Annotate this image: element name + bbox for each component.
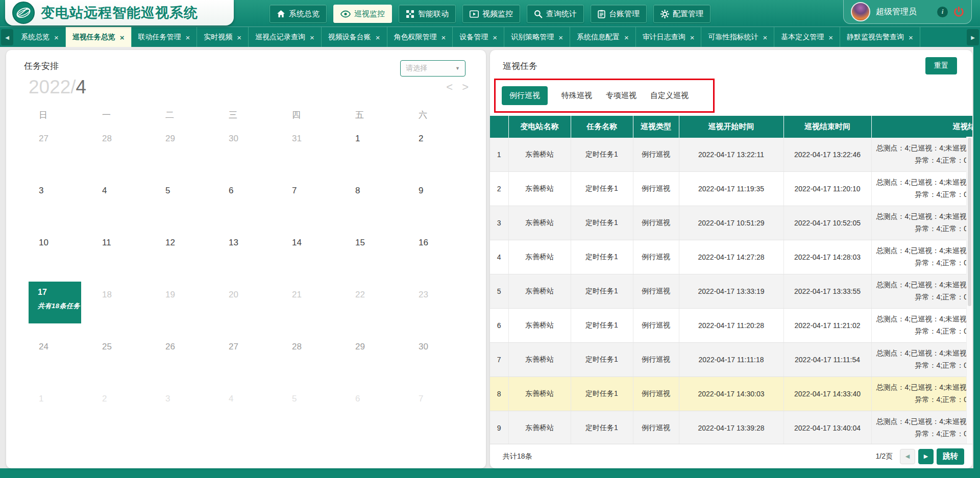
calendar-day[interactable]: 25 (92, 334, 155, 386)
scrollbar-thumb[interactable] (968, 138, 971, 306)
calendar-day[interactable]: 3 (155, 386, 218, 438)
calendar-day[interactable]: 28 (282, 334, 345, 386)
calendar-day[interactable]: 5 (282, 386, 345, 438)
calendar-day[interactable]: 4 (218, 386, 282, 438)
calendar-day[interactable]: 31 (282, 125, 345, 178)
workspace-tab[interactable]: 设备管理× (453, 27, 504, 47)
workspace-tab[interactable]: 系统信息配置× (570, 27, 636, 47)
close-icon[interactable]: × (186, 34, 190, 41)
calendar-day[interactable]: 7 (282, 178, 345, 230)
calendar-day[interactable]: 29 (345, 334, 408, 386)
close-icon[interactable]: × (690, 34, 695, 41)
avatar[interactable] (851, 2, 870, 21)
workspace-tab[interactable]: 基本定义管理× (774, 27, 840, 47)
calendar-day[interactable]: 6 (345, 386, 408, 438)
calendar-day[interactable]: 12 (155, 230, 218, 282)
calendar-day[interactable]: 30 (218, 125, 282, 178)
calendar-day[interactable]: 9 (408, 178, 472, 230)
close-icon[interactable]: × (310, 34, 314, 41)
calendar-prev-icon[interactable]: < (446, 81, 453, 94)
close-icon[interactable]: × (828, 34, 833, 41)
calendar-day[interactable]: 13 (218, 230, 282, 282)
calendar-day[interactable]: 30 (408, 334, 472, 386)
station-select[interactable]: 请选择 ▼ (400, 60, 465, 77)
close-icon[interactable]: × (54, 34, 59, 41)
calendar-selected-day[interactable]: 17共有18条任务 (29, 282, 81, 323)
tab-scroll-left-icon[interactable]: ◀ (1, 29, 13, 45)
jump-button[interactable]: 跳转 (937, 448, 964, 465)
close-icon[interactable]: × (376, 34, 380, 41)
calendar-day[interactable]: 27 (218, 334, 282, 386)
close-icon[interactable]: × (763, 34, 767, 41)
workspace-tab[interactable]: 识别策略管理× (504, 27, 570, 47)
table-row[interactable]: 5东善桥站定时任务1例行巡视2022-04-17 13:33:192022-04… (490, 274, 972, 309)
workspace-tab[interactable]: 系统总览× (14, 27, 66, 47)
calendar-day[interactable]: 26 (155, 334, 218, 386)
close-icon[interactable]: × (493, 34, 497, 41)
calendar-day[interactable]: 17共有18条任务 (29, 282, 92, 334)
table-row[interactable]: 3东善桥站定时任务1例行巡视2022-04-17 10:51:292022-04… (490, 206, 972, 240)
prev-page-button[interactable]: ◀ (900, 449, 915, 464)
workspace-tab[interactable]: 审计日志查询× (636, 27, 702, 47)
calendar-day[interactable]: 27 (29, 125, 92, 178)
inspection-type-tab[interactable]: 例行巡视 (502, 86, 548, 105)
table-row[interactable]: 9东善桥站定时任务1例行巡视2022-04-17 13:39:282022-04… (490, 411, 972, 444)
inspection-type-tab[interactable]: 专项巡视 (606, 91, 636, 100)
calendar-day[interactable]: 4 (92, 178, 155, 230)
calendar-day[interactable]: 29 (155, 125, 218, 178)
calendar-day[interactable]: 2 (408, 125, 472, 178)
calendar-day[interactable]: 3 (29, 178, 92, 230)
nav-button[interactable]: 查询统计 (527, 5, 584, 23)
calendar-day[interactable]: 22 (345, 282, 408, 334)
next-page-button[interactable]: ▶ (918, 449, 934, 464)
workspace-tab[interactable]: 角色权限管理× (387, 27, 453, 47)
calendar-day[interactable]: 15 (345, 230, 408, 282)
calendar-day[interactable]: 11 (92, 230, 155, 282)
calendar-day[interactable]: 6 (218, 178, 282, 230)
inspection-type-tab[interactable]: 自定义巡视 (650, 91, 689, 100)
close-icon[interactable]: × (624, 34, 629, 41)
nav-button[interactable]: 视频监控 (462, 5, 520, 23)
workspace-tab[interactable]: 巡视任务总览× (66, 27, 132, 47)
calendar-day[interactable]: 16 (408, 230, 472, 282)
table-row[interactable]: 4东善桥站定时任务1例行巡视2022-04-17 14:27:282022-04… (490, 240, 972, 274)
calendar-day[interactable]: 20 (218, 282, 282, 334)
calendar-day[interactable]: 19 (155, 282, 218, 334)
nav-button[interactable]: 巡视监控 (333, 5, 392, 23)
table-row[interactable]: 2东善桥站定时任务1例行巡视2022-04-17 11:19:352022-04… (490, 172, 972, 206)
calendar-day[interactable]: 5 (155, 178, 218, 230)
close-icon[interactable]: × (558, 34, 563, 41)
workspace-tab[interactable]: 静默监视告警查询× (840, 27, 920, 47)
workspace-tab[interactable]: 视频设备台账× (322, 27, 387, 47)
calendar-day[interactable]: 2 (92, 386, 155, 438)
nav-button[interactable]: 智能联动 (399, 5, 456, 23)
nav-button[interactable]: 配置管理 (653, 5, 710, 23)
workspace-tab[interactable]: 实时视频× (197, 27, 249, 47)
calendar-day[interactable]: 23 (408, 282, 472, 334)
workspace-tab[interactable]: 巡视点记录查询× (249, 27, 322, 47)
close-icon[interactable]: × (237, 34, 241, 41)
calendar-day[interactable]: 8 (345, 178, 408, 230)
calendar-day[interactable]: 7 (408, 386, 472, 438)
calendar-day[interactable]: 10 (29, 230, 92, 282)
tab-scroll-right-icon[interactable]: ▶ (967, 29, 979, 45)
table-scrollbar[interactable] (966, 137, 972, 444)
table-row[interactable]: 1东善桥站定时任务1例行巡视2022-04-17 13:22:112022-04… (490, 138, 972, 172)
close-icon[interactable]: × (120, 34, 125, 41)
calendar-day[interactable]: 21 (282, 282, 345, 334)
logout-power-icon[interactable] (953, 7, 964, 17)
calendar-day[interactable]: 18 (92, 282, 155, 334)
close-icon[interactable]: × (909, 34, 913, 41)
calendar-day[interactable]: 14 (282, 230, 345, 282)
reset-button[interactable]: 重置 (925, 57, 957, 74)
table-row[interactable]: 6东善桥站定时任务1例行巡视2022-04-17 11:20:282022-04… (490, 309, 972, 343)
workspace-tab[interactable]: 联动任务管理× (132, 27, 198, 47)
calendar-day[interactable]: 1 (29, 386, 92, 438)
info-icon[interactable]: i (937, 7, 948, 17)
calendar-next-icon[interactable]: > (462, 81, 469, 94)
nav-button[interactable]: 台账管理 (591, 5, 647, 23)
table-row[interactable]: 8东善桥站定时任务1例行巡视2022-04-17 14:30:032022-04… (490, 377, 972, 411)
calendar-day[interactable]: 1 (345, 125, 408, 178)
nav-button[interactable]: 系统总览 (270, 5, 327, 23)
close-icon[interactable]: × (442, 34, 446, 41)
